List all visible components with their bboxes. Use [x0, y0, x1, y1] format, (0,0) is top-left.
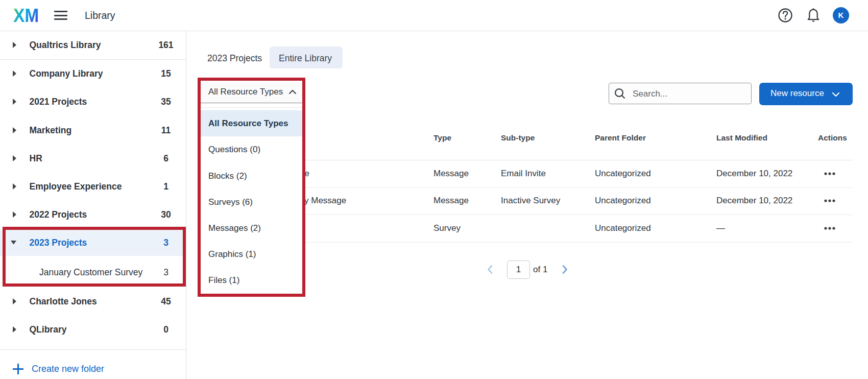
svg-text:XM: XM	[13, 7, 39, 23]
